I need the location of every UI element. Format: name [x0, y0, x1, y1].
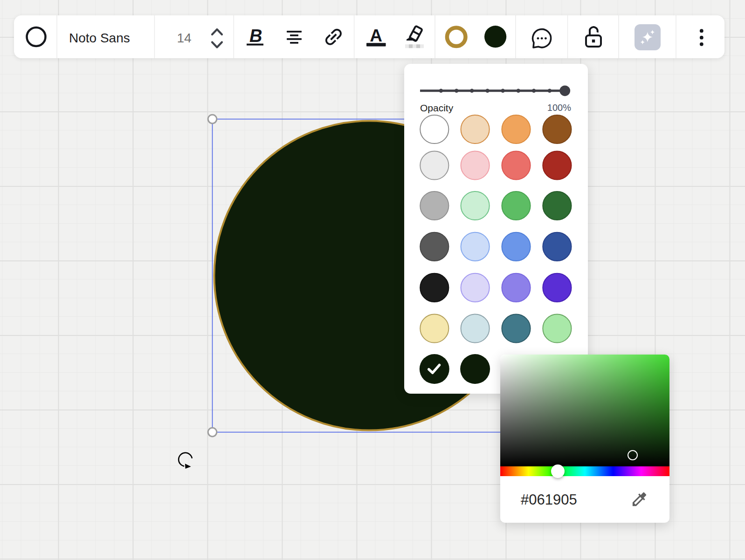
svg-text:B: B: [249, 26, 262, 46]
svg-text:A: A: [370, 26, 382, 45]
svg-text:100%: 100%: [547, 102, 571, 113]
svg-text:Noto Sans: Noto Sans: [69, 31, 130, 45]
svg-text:Opacity: Opacity: [420, 102, 454, 113]
svg-text:14: 14: [177, 31, 191, 45]
